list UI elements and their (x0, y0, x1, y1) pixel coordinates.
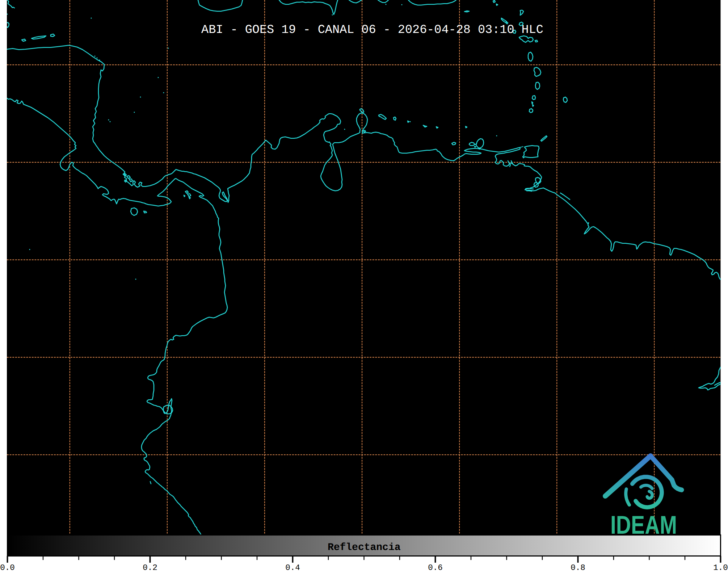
svg-text:0.4: 0.4 (285, 563, 300, 571)
svg-text:ABI - GOES 19 - CANAL 06 - 202: ABI - GOES 19 - CANAL 06 - 2026-04-28 03… (201, 23, 543, 37)
svg-text:1.0: 1.0 (713, 563, 728, 571)
svg-text:0.8: 0.8 (571, 563, 585, 571)
svg-text:0.0: 0.0 (0, 563, 15, 571)
svg-text:0.2: 0.2 (143, 563, 157, 571)
svg-text:0.6: 0.6 (428, 563, 443, 571)
svg-text:Reflectancia: Reflectancia (328, 542, 401, 553)
